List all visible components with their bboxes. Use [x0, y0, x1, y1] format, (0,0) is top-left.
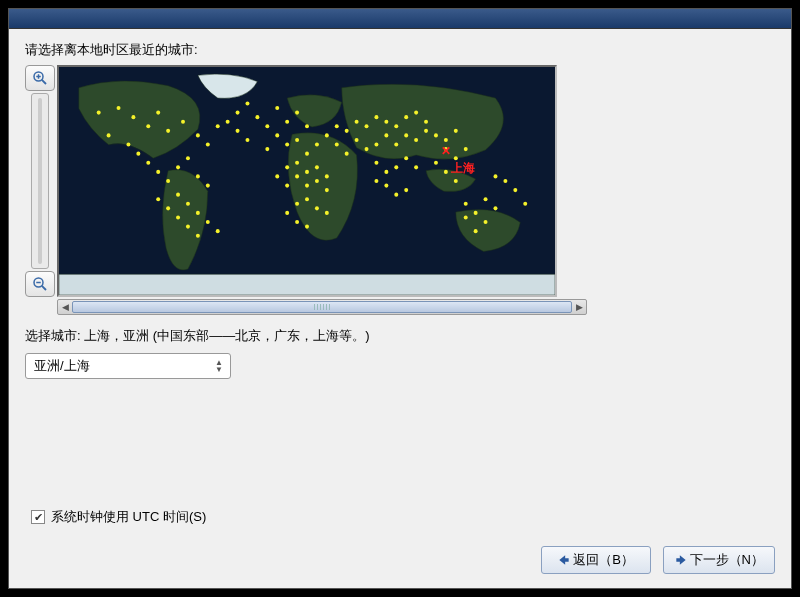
- instruction-text: 请选择离本地时区最近的城市:: [25, 41, 775, 59]
- map-area: ✕ 上海: [25, 65, 775, 297]
- svg-point-58: [285, 183, 289, 187]
- svg-point-68: [365, 124, 369, 128]
- svg-point-79: [374, 142, 378, 146]
- svg-point-50: [325, 133, 329, 137]
- svg-point-38: [255, 115, 259, 119]
- svg-point-23: [166, 179, 170, 183]
- back-button[interactable]: 返回（B）: [541, 546, 651, 574]
- svg-point-43: [305, 124, 309, 128]
- svg-point-13: [166, 129, 170, 133]
- svg-point-98: [454, 156, 458, 160]
- svg-point-112: [493, 174, 497, 178]
- svg-point-81: [394, 142, 398, 146]
- svg-point-114: [236, 111, 240, 115]
- zoom-in-button[interactable]: [25, 65, 55, 91]
- svg-point-106: [474, 229, 478, 233]
- svg-point-107: [464, 215, 468, 219]
- svg-point-120: [285, 211, 289, 215]
- footer-buttons: 返回（B） 下一步（N）: [541, 546, 775, 574]
- installer-window: 请选择离本地时区最近的城市:: [8, 8, 792, 589]
- svg-point-18: [107, 133, 111, 137]
- svg-point-59: [275, 174, 279, 178]
- svg-point-33: [186, 225, 190, 229]
- svg-point-56: [315, 206, 319, 210]
- next-button[interactable]: 下一步（N）: [663, 546, 775, 574]
- titlebar: [9, 9, 791, 29]
- svg-point-64: [325, 174, 329, 178]
- svg-point-40: [275, 106, 279, 110]
- zoom-in-icon: [31, 69, 49, 87]
- utc-checkbox[interactable]: ✔: [31, 510, 45, 524]
- svg-point-65: [335, 124, 339, 128]
- svg-point-116: [226, 120, 230, 124]
- zoom-out-button[interactable]: [25, 271, 55, 297]
- selected-city-line: 选择城市: 上海，亚洲 (中国东部——北京，广东，上海等。): [25, 327, 775, 345]
- svg-point-85: [374, 161, 378, 165]
- svg-point-69: [374, 115, 378, 119]
- zoom-slider[interactable]: [31, 93, 49, 269]
- svg-point-31: [206, 220, 210, 224]
- scroll-thumb[interactable]: [72, 301, 572, 313]
- svg-point-70: [384, 120, 388, 124]
- svg-point-52: [305, 170, 309, 174]
- svg-point-57: [295, 202, 299, 206]
- svg-point-84: [424, 129, 428, 133]
- svg-point-27: [206, 183, 210, 187]
- svg-line-5: [42, 286, 46, 290]
- svg-point-17: [216, 124, 220, 128]
- scroll-left-arrow[interactable]: ◀: [58, 300, 72, 314]
- svg-point-109: [484, 197, 488, 201]
- world-map[interactable]: ✕ 上海: [57, 65, 557, 297]
- timezone-combobox[interactable]: 亚洲/上海 ▲▼: [25, 353, 231, 379]
- svg-point-117: [236, 129, 240, 133]
- svg-point-37: [176, 215, 180, 219]
- svg-point-55: [305, 197, 309, 201]
- svg-point-105: [484, 220, 488, 224]
- svg-point-92: [404, 188, 408, 192]
- arrow-right-icon: [674, 553, 688, 567]
- back-button-label: 返回（B）: [573, 551, 634, 569]
- svg-point-95: [444, 138, 448, 142]
- svg-point-101: [444, 170, 448, 174]
- svg-point-39: [265, 124, 269, 128]
- map-horizontal-scrollbar[interactable]: ◀ ▶: [57, 299, 587, 315]
- svg-point-22: [156, 170, 160, 174]
- svg-point-96: [454, 129, 458, 133]
- svg-point-87: [394, 165, 398, 169]
- svg-point-67: [355, 120, 359, 124]
- svg-point-121: [295, 220, 299, 224]
- zoom-controls: [25, 65, 55, 297]
- svg-point-77: [355, 138, 359, 142]
- svg-point-32: [216, 229, 220, 233]
- svg-point-11: [146, 124, 150, 128]
- svg-point-108: [493, 206, 497, 210]
- svg-point-86: [384, 170, 388, 174]
- svg-point-80: [384, 133, 388, 137]
- svg-point-71: [394, 124, 398, 128]
- svg-point-66: [345, 129, 349, 133]
- svg-point-90: [384, 183, 388, 187]
- svg-line-1: [42, 80, 46, 84]
- svg-point-53: [315, 179, 319, 183]
- zoom-out-icon: [31, 275, 49, 293]
- svg-point-115: [245, 101, 249, 105]
- svg-point-26: [196, 174, 200, 178]
- svg-point-102: [454, 179, 458, 183]
- svg-point-111: [513, 188, 517, 192]
- svg-point-49: [315, 142, 319, 146]
- svg-point-73: [414, 111, 418, 115]
- svg-point-30: [196, 211, 200, 215]
- svg-point-83: [414, 138, 418, 142]
- svg-point-29: [186, 202, 190, 206]
- city-label-value: 上海，亚洲 (中国东部——北京，广东，上海等。): [84, 328, 369, 343]
- svg-point-89: [414, 165, 418, 169]
- svg-point-99: [464, 147, 468, 151]
- svg-point-63: [315, 165, 319, 169]
- city-label-prefix: 选择城市:: [25, 328, 84, 343]
- svg-point-12: [156, 111, 160, 115]
- arrow-left-icon: [557, 553, 571, 567]
- svg-point-20: [136, 152, 140, 156]
- svg-point-25: [186, 156, 190, 160]
- svg-point-10: [131, 115, 135, 119]
- scroll-right-arrow[interactable]: ▶: [572, 300, 586, 314]
